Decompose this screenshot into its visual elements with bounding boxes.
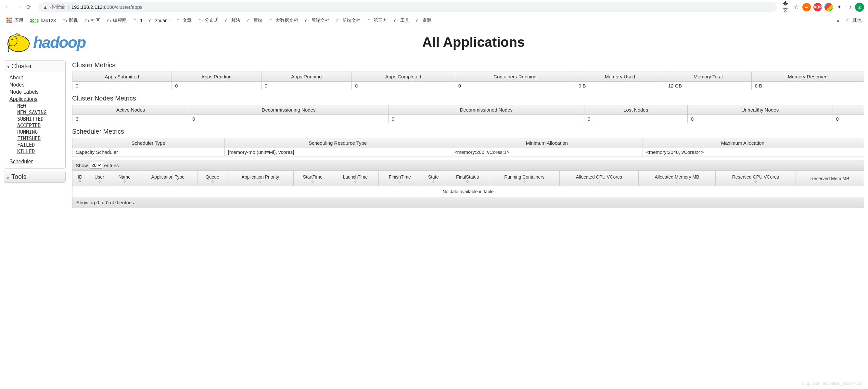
extension-icon-1[interactable]: ∞: [802, 3, 811, 11]
cluster-metrics-table: Apps Submitted Apps Pending Apps Running…: [72, 72, 864, 90]
sidebar-link-nodes[interactable]: Nodes: [9, 81, 65, 88]
reload-button[interactable]: ⟳: [25, 3, 32, 11]
not-secure-icon: ▲: [43, 4, 48, 10]
decommissioning-link[interactable]: 0: [192, 116, 195, 122]
col-alloc-mem[interactable]: Allocated Memory MB◇: [639, 171, 715, 186]
col-lost-nodes: Lost Nodes: [584, 105, 687, 115]
address-bar[interactable]: ▲ 不安全 | 192.168.2.112:8088/cluster/apps: [38, 2, 777, 12]
col-user[interactable]: User◇: [88, 171, 111, 186]
active-nodes-link[interactable]: 3: [76, 116, 78, 122]
sidebar-link-scheduler[interactable]: Scheduler: [9, 158, 65, 165]
bookmark-folder[interactable]: 🗀文章: [174, 16, 194, 25]
sidebar-cluster-section: Cluster About Nodes Node Labels Applicat…: [4, 60, 66, 169]
sidebar-state-new-saving[interactable]: NEW_SAVING: [17, 109, 65, 116]
bookmark-star-icon[interactable]: ☆: [793, 4, 800, 11]
extension-icon-2[interactable]: [825, 3, 833, 11]
apps-shortcut[interactable]: 应用: [4, 16, 26, 25]
bookmark-folder[interactable]: 🗀tt: [131, 17, 145, 24]
col-id[interactable]: ID▼: [72, 171, 88, 186]
bookmark-folder[interactable]: 🗀后端: [244, 16, 265, 25]
col-apps-completed: Apps Completed: [351, 72, 455, 82]
sidebar-link-applications[interactable]: Applications: [9, 95, 65, 103]
col-running-containers[interactable]: Running Containers◇: [489, 171, 559, 186]
bookmark-folder[interactable]: 🗀zhuanli: [146, 17, 172, 24]
sort-icon: ◇: [381, 180, 418, 183]
col-max-alloc: Maximum Allocation: [643, 138, 843, 148]
apps-grid-icon: [6, 18, 12, 23]
translate-icon[interactable]: �文: [783, 4, 790, 11]
sort-icon: ◇: [335, 180, 376, 183]
bookmark-folder[interactable]: 🗀大数据文档: [267, 16, 301, 25]
col-alloc-cpu[interactable]: Allocated CPU VCores◇: [559, 171, 639, 186]
unhealthy-nodes-link[interactable]: 0: [691, 116, 693, 122]
browser-toolbar: ← → ⟳ ▲ 不安全 | 192.168.2.112:8088/cluster…: [0, 0, 868, 14]
bookmark-folder[interactable]: 🗀第三方: [365, 16, 390, 25]
other-bookmarks-folder[interactable]: 🗀其他: [843, 16, 864, 25]
col-reserved-cpu[interactable]: Reserved CPU VCores◇: [715, 171, 796, 186]
col-scheduler-type: Scheduler Type: [72, 138, 225, 148]
nodes-metrics-table: Active Nodes Decommissioning Nodes Decom…: [72, 105, 864, 123]
bookmark-hao123[interactable]: 2͟0͟4͟5hao123: [27, 17, 59, 24]
col-launchtime[interactable]: LaunchTime◇: [332, 171, 379, 186]
col-extra: [843, 138, 864, 148]
sidebar-tools-header[interactable]: Tools: [4, 171, 65, 183]
col-apps-pending: Apps Pending: [172, 72, 261, 82]
bookmark-folder[interactable]: 🗀编程网: [104, 16, 129, 25]
sidebar-state-submitted[interactable]: SUBMITTED: [17, 116, 65, 122]
bookmarks-overflow[interactable]: »: [837, 18, 839, 23]
not-secure-label: 不安全: [50, 4, 65, 10]
expand-icon: [7, 173, 9, 180]
col-finishtime[interactable]: FinishTime◇: [379, 171, 421, 186]
table-row: Capacity Scheduler [memory-mb (unit=Mi),…: [72, 148, 864, 157]
bookmark-folder[interactable]: 🗀前端文档: [333, 16, 363, 25]
col-app-type[interactable]: Application Type◇: [138, 171, 198, 186]
sort-icon: ◇: [91, 180, 108, 183]
sidebar-state-running[interactable]: RUNNING: [17, 129, 65, 135]
extensions-puzzle-icon[interactable]: ✦: [836, 4, 843, 11]
bookmark-folder[interactable]: 🗀资源: [413, 16, 434, 25]
adblock-icon[interactable]: ABP: [813, 3, 822, 11]
bookmark-folder[interactable]: 🗀社区: [82, 16, 103, 25]
bookmark-folder[interactable]: 🗀分布式: [195, 16, 221, 25]
sidebar-state-failed[interactable]: FAILED: [17, 142, 65, 148]
page-header: hadoop All Applications: [0, 27, 868, 60]
col-priority[interactable]: Application Priority◇: [227, 171, 293, 186]
sidebar: Cluster About Nodes Node Labels Applicat…: [4, 60, 66, 185]
sort-icon: ◇: [114, 180, 135, 183]
sidebar-state-new[interactable]: NEW: [17, 103, 65, 109]
col-queue[interactable]: Queue◇: [198, 171, 227, 186]
folder-icon: 🗀: [846, 18, 850, 23]
sort-desc-icon: ▼: [75, 180, 85, 183]
sidebar-tools-section: Tools: [4, 171, 66, 183]
bookmark-folder[interactable]: 🗀工具: [391, 16, 412, 25]
col-starttime[interactable]: StartTime◇: [293, 171, 332, 186]
col-reserved-mem[interactable]: Reserved Mem MB: [796, 171, 864, 186]
lost-nodes-link[interactable]: 0: [588, 116, 590, 122]
back-button[interactable]: ←: [4, 3, 12, 11]
folder-icon: 🗀: [198, 18, 203, 23]
sidebar-link-node-labels[interactable]: Node Labels: [9, 88, 65, 95]
hadoop-logo[interactable]: hadoop: [4, 31, 86, 54]
bookmark-folder[interactable]: 🗀后端文档: [302, 16, 332, 25]
sort-icon: ◇: [718, 180, 793, 183]
bookmark-folder[interactable]: 🗀影视: [60, 16, 81, 25]
applications-table: ID▼ User◇ Name◇ Application Type◇ Queue◇…: [72, 171, 864, 197]
extra-link[interactable]: 0: [836, 116, 839, 122]
decommissioned-link[interactable]: 0: [392, 116, 394, 122]
entries-select[interactable]: 20: [90, 162, 102, 168]
bookmark-folder[interactable]: 🗀算法: [222, 16, 243, 25]
page-title: All Applications: [86, 34, 862, 50]
sidebar-link-about[interactable]: About: [9, 74, 65, 81]
sidebar-state-accepted[interactable]: ACCEPTED: [17, 122, 65, 129]
reading-list-icon[interactable]: ≡♪: [845, 4, 852, 11]
col-decommissioned-nodes: Decommissioned Nodes: [388, 105, 584, 115]
sidebar-state-killed[interactable]: KILLED: [17, 148, 65, 155]
sidebar-cluster-header[interactable]: Cluster: [4, 60, 65, 72]
profile-avatar[interactable]: z: [855, 3, 864, 12]
col-name[interactable]: Name◇: [111, 171, 138, 186]
forward-button[interactable]: →: [14, 3, 22, 11]
folder-icon: 🗀: [416, 18, 421, 23]
col-finalstatus[interactable]: FinalStatus◇: [446, 171, 489, 186]
col-state[interactable]: State◇: [421, 171, 446, 186]
sidebar-state-finished[interactable]: FINISHED: [17, 135, 65, 142]
